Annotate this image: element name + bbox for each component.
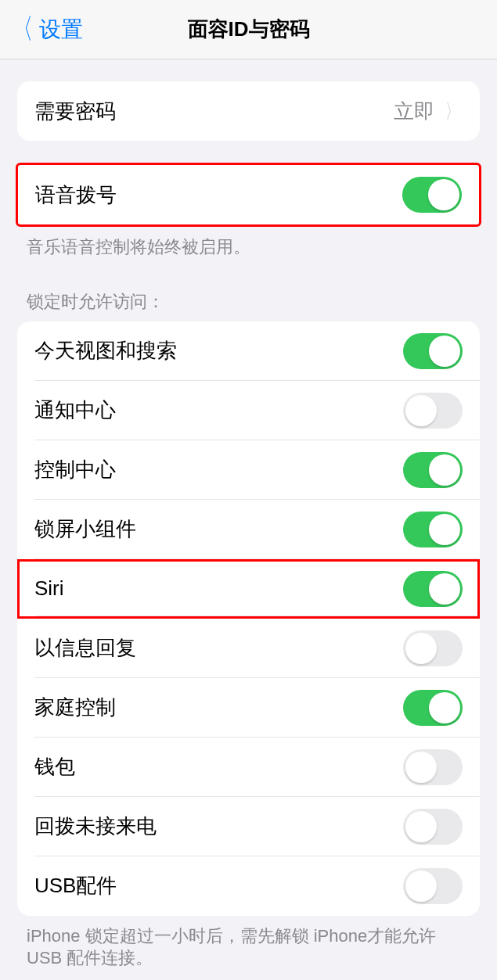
allow-access-label: Siri	[34, 576, 64, 601]
allow-access-row: 回拨未接来电	[17, 797, 480, 856]
toggle-knob-icon	[405, 395, 437, 426]
allow-access-row: 家庭控制	[17, 678, 480, 738]
require-passcode-group: 需要密码 立即 〉	[17, 81, 480, 141]
toggle-knob-icon	[405, 811, 437, 842]
allow-access-label: 控制中心	[34, 456, 116, 483]
voice-dial-toggle[interactable]	[402, 177, 462, 213]
allow-access-row: 通知中心	[17, 381, 480, 440]
allow-access-toggle[interactable]	[403, 690, 463, 726]
voice-dial-footer: 音乐语音控制将始终被启用。	[0, 227, 497, 259]
chevron-right-icon: 〉	[445, 98, 459, 125]
allow-access-toggle[interactable]	[403, 571, 463, 607]
allow-access-row: 以信息回复	[17, 619, 480, 678]
require-passcode-label: 需要密码	[34, 98, 116, 125]
allow-access-toggle[interactable]	[403, 452, 463, 488]
allow-access-header: 锁定时允许访问：	[0, 259, 497, 321]
allow-access-row: 锁屏小组件	[17, 500, 480, 559]
allow-access-footer: iPhone 锁定超过一小时后，需先解锁 iPhone才能允许USB 配件连接。	[0, 916, 497, 970]
allow-access-label: 以信息回复	[34, 634, 136, 662]
toggle-knob-icon	[429, 514, 460, 545]
toggle-knob-icon	[429, 454, 460, 486]
toggle-knob-icon	[429, 573, 460, 605]
allow-access-toggle[interactable]	[403, 868, 463, 904]
allow-access-row: Siri	[17, 559, 480, 619]
voice-dial-group: 语音拨号	[16, 163, 481, 227]
page-title: 面容ID与密码	[188, 16, 310, 43]
allow-access-group: 今天视图和搜索通知中心控制中心锁屏小组件Siri以信息回复家庭控制钱包回拨未接来…	[17, 321, 480, 916]
allow-access-toggle[interactable]	[403, 749, 463, 785]
allow-access-label: USB配件	[34, 872, 117, 899]
toggle-knob-icon	[405, 752, 437, 783]
toggle-knob-icon	[429, 336, 460, 367]
allow-access-label: 回拨未接来电	[34, 813, 157, 840]
toggle-knob-icon	[428, 179, 459, 210]
allow-access-label: 通知中心	[34, 397, 116, 424]
allow-access-row: 钱包	[17, 738, 480, 797]
separator	[37, 616, 477, 616]
require-passcode-row[interactable]: 需要密码 立即 〉	[17, 81, 480, 141]
allow-access-label: 锁屏小组件	[34, 515, 136, 543]
toggle-knob-icon	[429, 692, 460, 723]
voice-dial-row: 语音拨号	[18, 165, 479, 224]
allow-access-toggle[interactable]	[403, 512, 463, 547]
voice-dial-label: 语音拨号	[35, 181, 117, 209]
allow-access-toggle[interactable]	[403, 393, 463, 429]
allow-access-toggle[interactable]	[403, 809, 463, 845]
allow-access-toggle[interactable]	[403, 630, 463, 666]
toggle-knob-icon	[405, 871, 437, 902]
back-label: 设置	[39, 15, 83, 45]
back-button[interactable]: 〈 设置	[0, 10, 83, 48]
allow-access-row: 今天视图和搜索	[17, 321, 480, 381]
allow-access-row: 控制中心	[17, 440, 480, 500]
allow-access-toggle[interactable]	[403, 333, 463, 369]
allow-access-label: 今天视图和搜索	[34, 337, 177, 364]
toggle-knob-icon	[405, 633, 437, 664]
allow-access-label: 家庭控制	[34, 694, 116, 721]
navigation-header: 〈 设置 面容ID与密码	[0, 0, 497, 59]
require-passcode-value: 立即	[394, 98, 434, 125]
allow-access-label: 钱包	[34, 753, 75, 781]
allow-access-row: USB配件	[17, 856, 480, 916]
chevron-left-icon: 〈	[13, 10, 33, 48]
